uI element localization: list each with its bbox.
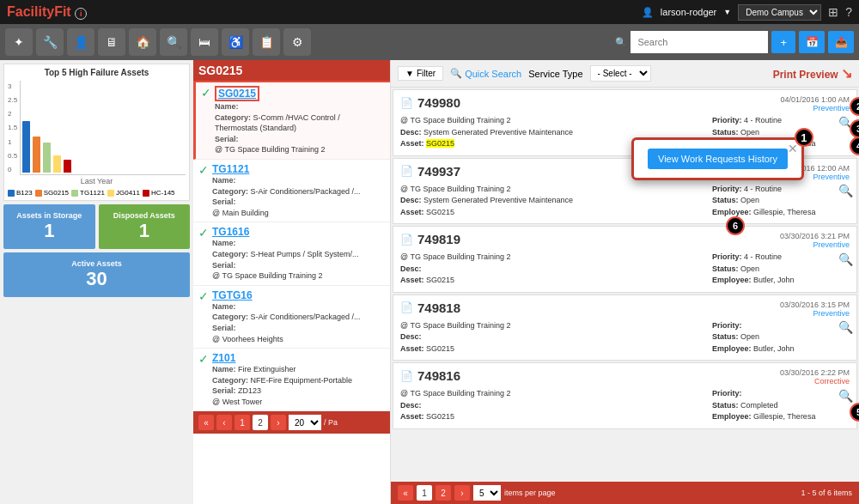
grid-icon[interactable]: ⊞ [828,5,838,19]
add-button[interactable]: + [771,31,795,53]
asset-next-page-btn[interactable]: › [271,415,286,430]
assets-in-storage-count: 1 [7,220,92,242]
asset-list-title: SG0215 [198,64,242,77]
filter-button[interactable]: ▼ Filter [398,66,443,81]
wo-action-icon-749819[interactable]: 🔍 [838,252,853,266]
asset-item-tg1616[interactable]: ✓ TG1616 Name: Category: S-Heat Pumps / … [193,222,390,285]
search-icon[interactable]: 🔍 [160,28,187,56]
user-dropdown-arrow[interactable]: ▼ [723,8,731,16]
check-tg1121: ✓ [198,163,209,218]
quick-search-button[interactable]: 🔍 Quick Search [450,68,521,79]
home-icon[interactable]: 🏠 [129,28,156,56]
asset-item-sg0215[interactable]: ✓ SG0215 Name: Category: S-Comm /HVAC Co… [193,81,390,160]
wo-page1-btn[interactable]: 1 [417,485,432,501]
wo-right-749816: Priority: Status: Completed Employee: Gi… [712,388,850,423]
legend-tg1121: TG1121 [80,189,105,197]
chart-legend: B123 SG0215 TG1121 JG0411 HC-145 [8,189,186,197]
app-logo: FacilityFit i [7,4,87,20]
asset-id-sg0215[interactable]: SG0215 [215,86,259,101]
assets-in-storage-label: Assets in Storage [7,211,92,220]
search-input[interactable] [631,31,768,53]
view-work-requests-btn[interactable]: View Work Requests History [648,149,788,169]
asset-id-z101[interactable]: Z101 [212,352,352,364]
wo-item-749816[interactable]: 📄 749816 03/30/2016 2:22 PM Corrective @… [393,362,857,429]
asset-id-tg1121[interactable]: TG1121 [212,163,361,175]
service-type-select[interactable]: - Select - [590,65,651,82]
quick-search-magnifier-icon: 🔍 [450,68,462,79]
campus-select[interactable]: Demo Campus [738,4,821,21]
wo-item-749819[interactable]: 📄 749819 03/30/2016 3:21 PM Preventive @… [393,226,857,293]
service-type-label: Service Type [528,69,582,79]
wo-action-icon-749818[interactable]: 🔍 [838,320,853,334]
asset-list-header: SG0215 [193,60,390,81]
filter-bar: ▼ Filter 🔍 Quick Search Service Type - S… [391,60,859,88]
username-label: larson-rodger [661,7,716,17]
wo-left-749816: @ TG Space Building Training 2 Desc: Ass… [400,388,705,423]
legend-b123: B123 [16,189,33,197]
asset-item-tgtg16[interactable]: ✓ TGTG16 Name: Category: S-Air Condition… [193,286,390,349]
wo-page2-btn[interactable]: 2 [436,485,451,501]
wo-doc-icon-749816: 📄 [400,370,413,382]
asset-prev-page-btn[interactable]: ‹ [216,415,232,430]
wo-pagination: « 1 2 › 5 items per page 1 - 5 of 6 item… [391,482,859,504]
asset-id-tgtg16[interactable]: TGTG16 [212,289,361,301]
legend-sg0215: SG0215 [44,189,69,197]
export-icon-btn[interactable]: 📤 [828,31,854,53]
filter-icon: ▼ [405,69,414,78]
asset-per-page-select[interactable]: 20 [289,415,321,430]
asset-first-page-btn[interactable]: « [198,415,214,430]
wo-type-749819: Preventive [780,240,850,249]
wo-id-749816: 749816 [417,368,460,383]
wo-type-749818: Preventive [780,309,850,318]
quick-search-label: Quick Search [465,69,521,79]
chart-bars [20,81,186,175]
check-sg0215: ✓ [201,86,211,155]
clipboard-icon[interactable]: 📋 [253,28,280,56]
asset-item-tg1121[interactable]: ✓ TG1121 Name: Category: S-Air Condition… [193,160,390,222]
wo-per-page-label: items per page [504,489,556,497]
asset-item-z101[interactable]: ✓ Z101 Name: Fire Extinguisher Category:… [193,349,390,411]
view-work-requests-label: View Work Requests History [658,154,777,164]
asset-detail-tgtg16: Name: Category: S-Air Conditioners/Packa… [212,301,361,344]
wo-type-749980: Preventive [780,104,850,112]
wrench-icon[interactable]: 🔧 [36,28,64,56]
asset-detail-tg1121: Name: Category: S-Air Conditioners/Packa… [212,175,361,218]
wo-action-icon-749937[interactable]: 🔍 [838,184,853,197]
star-icon[interactable]: ✦ [5,28,33,56]
arrow-down-icon: ↘ [841,66,852,81]
left-panel: Top 5 High Failure Assets 32.521.510.50 [0,60,193,504]
wo-next-page-btn[interactable]: › [454,485,470,501]
app-header: FacilityFit i 👤 larson-rodger ▼ Demo Cam… [0,0,859,24]
wo-item-749818[interactable]: 📄 749818 03/30/2016 3:15 PM Preventive @… [393,295,857,361]
print-preview-button[interactable]: Print Preview ↘ [773,65,852,82]
stats-row: Assets in Storage 1 Disposed Assets 1 [3,204,190,249]
accessibility-icon[interactable]: ♿ [222,28,249,56]
monitor-icon[interactable]: 🖥 [98,28,125,56]
wo-left-749818: @ TG Space Building Training 2 Desc: Ass… [400,320,705,355]
info-icon[interactable]: i [75,8,87,20]
annotation-5: 5 [850,403,859,422]
annotation-1: 1 [795,128,813,147]
settings-icon[interactable]: ⚙ [283,28,311,56]
wo-id-749980: 749980 [417,95,460,110]
asset-page2-btn[interactable]: 2 [253,415,268,430]
wo-left-749819: @ TG Space Building Training 2 Desc: Ass… [400,252,705,287]
wo-right-749819: Priority: 4 - Routine Status: Open Emplo… [712,252,850,287]
asset-page1-btn[interactable]: 1 [235,415,250,430]
bed-icon[interactable]: 🛏 [191,28,218,56]
calendar-icon-btn[interactable]: 📅 [799,31,825,53]
wo-action-icon-749816[interactable]: 🔍 [838,389,853,403]
asset-id-tg1616[interactable]: TG1616 [212,226,359,238]
user-icon: 👤 [642,7,654,18]
chart-y-axis: 32.521.510.50 [8,81,17,175]
help-icon[interactable]: ? [845,5,852,19]
user-icon[interactable]: 👤 [67,28,94,56]
disposed-assets-label: Disposed Assets [102,211,187,220]
active-assets-count: 30 [7,268,186,290]
wo-right-749818: Priority: Status: Open Employee: Butler,… [712,320,850,355]
wo-per-page-select[interactable]: 5 [473,485,501,501]
wo-first-page-btn[interactable]: « [398,485,413,501]
wo-doc-icon-749819: 📄 [400,234,413,246]
wo-id-749819: 749819 [417,232,460,246]
check-tgtg16: ✓ [198,289,209,344]
